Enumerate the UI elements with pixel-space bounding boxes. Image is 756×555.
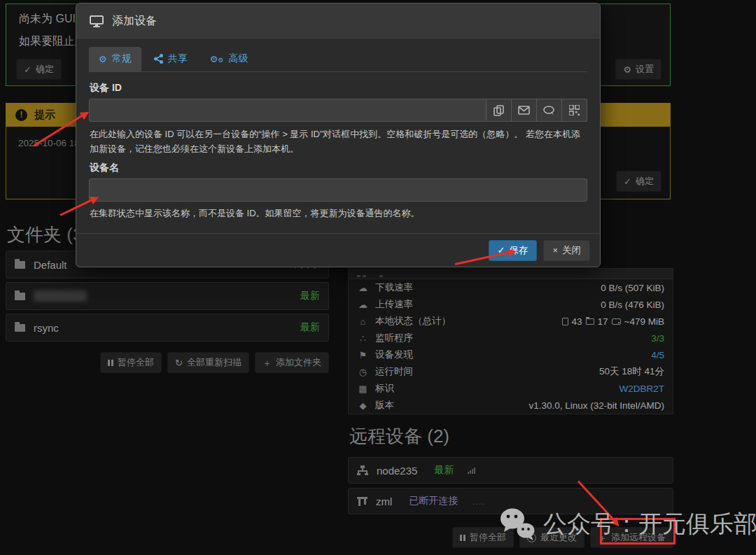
gears-icon: ⚙⚙ bbox=[210, 55, 224, 64]
device-name-input[interactable] bbox=[89, 178, 587, 202]
dialog-footer: ✓ 保存 × 关闭 bbox=[76, 233, 600, 267]
tab-general[interactable]: ⚙ 常规 bbox=[89, 47, 141, 71]
email-button[interactable] bbox=[512, 99, 537, 122]
tab-sharing-label: 共享 bbox=[168, 52, 188, 65]
tab-advanced[interactable]: ⚙⚙ 高级 bbox=[200, 47, 258, 71]
watermark-text: 公众号：开元俱乐部 bbox=[543, 508, 756, 540]
dialog-title: 添加设备 bbox=[112, 14, 157, 29]
device-id-input[interactable] bbox=[89, 99, 486, 122]
tab-advanced-label: 高级 bbox=[228, 52, 248, 65]
dialog-header: 添加设备 bbox=[76, 3, 600, 40]
tab-sharing[interactable]: 共享 bbox=[144, 47, 197, 71]
close-button[interactable]: × 关闭 bbox=[543, 240, 590, 261]
envelope-icon bbox=[518, 106, 530, 115]
share-icon bbox=[154, 54, 163, 64]
sms-button[interactable] bbox=[537, 99, 562, 122]
copy-icon bbox=[493, 105, 504, 116]
device-id-addons bbox=[486, 99, 587, 122]
x-icon: × bbox=[552, 246, 558, 255]
add-device-dialog: 添加设备 ⚙ 常规 共享 ⚙⚙ 高级 设备 ID bbox=[76, 3, 601, 267]
device-name-help: 在集群状态中显示该名称，而不是设备 ID。如果留空，将更新为设备通告的名称。 bbox=[90, 206, 587, 222]
copy-button[interactable] bbox=[486, 99, 512, 122]
qr-code-icon bbox=[569, 105, 580, 115]
close-label: 关闭 bbox=[562, 244, 581, 257]
gear-icon: ⚙ bbox=[99, 55, 107, 64]
watermark: 公众号：开元俱乐部 bbox=[498, 507, 756, 542]
wechat-icon bbox=[498, 507, 536, 542]
monitor-icon bbox=[90, 15, 104, 27]
chat-bubble-icon bbox=[543, 106, 555, 115]
device-id-help: 在此处输入的设备 ID 可以在另一台设备的“操作 > 显示 ID”对话框中找到。… bbox=[90, 127, 587, 158]
syncthing-screen: 尚未为 GUI 身份 如果要阻止此访 ✓ 确定 ⚙ 设置 ! 提示 2025-1… bbox=[0, 0, 756, 555]
tab-general-label: 常规 bbox=[112, 52, 132, 65]
device-id-label: 设备 ID bbox=[90, 82, 122, 94]
device-name-label: 设备名 bbox=[90, 162, 119, 174]
dialog-tabs: ⚙ 常规 共享 ⚙⚙ 高级 bbox=[89, 47, 587, 72]
qr-scan-button[interactable] bbox=[562, 99, 587, 122]
device-id-row bbox=[89, 99, 587, 122]
